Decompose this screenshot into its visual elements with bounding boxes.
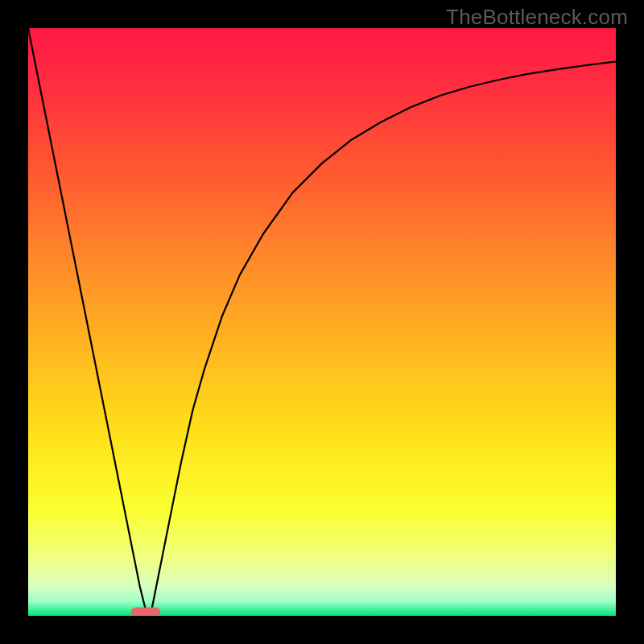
plot-area [28,28,616,616]
optimal-marker [131,607,161,616]
bottleneck-chart [28,28,616,616]
chart-frame: TheBottleneck.com [0,0,644,644]
watermark-text: TheBottleneck.com [446,5,628,30]
gradient-background [28,28,616,616]
